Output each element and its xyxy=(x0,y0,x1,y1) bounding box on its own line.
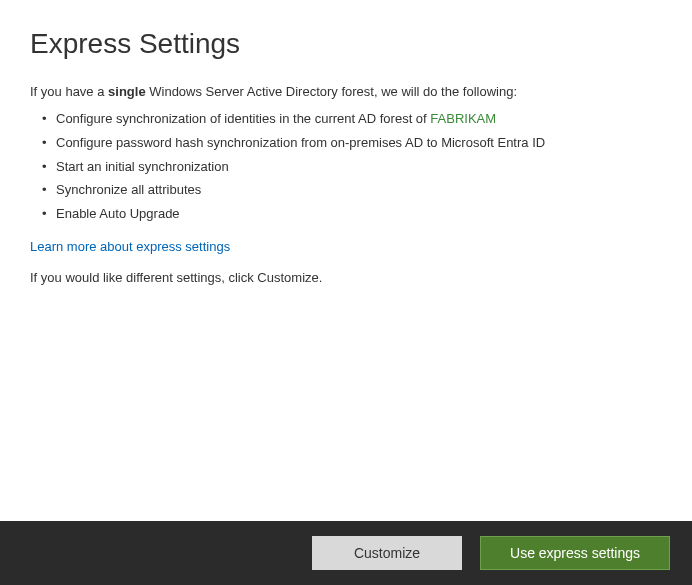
customize-note: If you would like different settings, cl… xyxy=(30,270,662,285)
list-item: Start an initial synchronization xyxy=(42,157,662,178)
list-item-text: Configure synchronization of identities … xyxy=(56,111,430,126)
forest-name: FABRIKAM xyxy=(430,111,496,126)
intro-prefix: If you have a xyxy=(30,84,108,99)
use-express-settings-button[interactable]: Use express settings xyxy=(480,536,670,570)
main-content: Express Settings If you have a single Wi… xyxy=(0,0,692,285)
page-title: Express Settings xyxy=(30,28,662,60)
intro-suffix: Windows Server Active Directory forest, … xyxy=(146,84,517,99)
list-item: Configure password hash synchronization … xyxy=(42,133,662,154)
feature-list: Configure synchronization of identities … xyxy=(30,109,662,225)
list-item: Enable Auto Upgrade xyxy=(42,204,662,225)
intro-bold: single xyxy=(108,84,146,99)
learn-more-link[interactable]: Learn more about express settings xyxy=(30,239,230,254)
customize-button[interactable]: Customize xyxy=(312,536,462,570)
footer-bar: Customize Use express settings xyxy=(0,521,692,585)
list-item: Configure synchronization of identities … xyxy=(42,109,662,130)
intro-text: If you have a single Windows Server Acti… xyxy=(30,84,662,99)
list-item: Synchronize all attributes xyxy=(42,180,662,201)
